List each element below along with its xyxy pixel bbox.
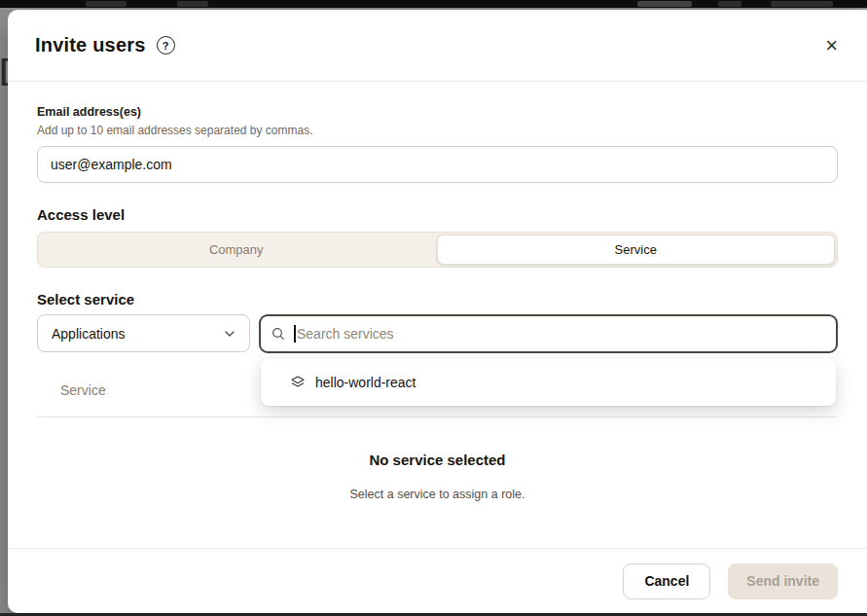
access-option-company[interactable]: Company: [38, 233, 435, 267]
navbar-item: [86, 1, 126, 7]
help-icon[interactable]: ?: [157, 36, 175, 54]
access-level-label: Access level: [37, 206, 838, 224]
empty-state-title: No service selected: [37, 452, 838, 468]
search-results-dropdown: hello-world-react: [261, 359, 836, 406]
close-icon[interactable]: ×: [823, 35, 840, 56]
service-result-label: hello-world-react: [315, 375, 415, 390]
navbar-item: [771, 1, 833, 7]
screen: [ Invite users ? × Email address(es) Add…: [0, 0, 867, 616]
empty-state-subtitle: Select a service to assign a role.: [37, 488, 838, 501]
invite-users-modal: Invite users ? × Email address(es) Add u…: [8, 10, 867, 613]
access-option-service[interactable]: Service: [437, 235, 836, 265]
email-label: Email address(es): [37, 105, 838, 119]
modal-footer: Cancel Send invite: [8, 548, 867, 613]
send-invite-button[interactable]: Send invite: [728, 563, 838, 599]
service-picker-row: Applications: [37, 314, 838, 353]
layers-icon: [290, 375, 306, 390]
page-title: Invite users: [35, 34, 146, 56]
service-result-item[interactable]: hello-world-react: [261, 361, 836, 404]
navbar-item: [177, 1, 208, 7]
text-caret: [294, 325, 296, 343]
email-helper: Add up to 10 email addresses separated b…: [37, 124, 838, 137]
access-level-toggle: Company Service: [37, 232, 838, 268]
select-service-label: Select service: [37, 291, 838, 308]
modal-body: Email address(es) Add up to 10 email add…: [8, 82, 867, 548]
cancel-button[interactable]: Cancel: [623, 563, 710, 599]
empty-state: No service selected Select a service to …: [37, 452, 838, 501]
service-search: hello-world-react: [259, 314, 838, 353]
background-navbar: [0, 0, 867, 8]
service-type-value: Applications: [52, 326, 126, 342]
email-field[interactable]: [37, 146, 838, 183]
navbar-item: [718, 1, 741, 7]
search-icon: [271, 326, 286, 342]
search-input[interactable]: [297, 316, 826, 351]
navbar-item: [637, 1, 692, 7]
background-page-heading-fragment: [: [0, 53, 8, 90]
modal-header: Invite users ? ×: [8, 10, 867, 82]
service-type-select[interactable]: Applications: [37, 314, 250, 352]
chevron-down-icon: [222, 326, 237, 342]
